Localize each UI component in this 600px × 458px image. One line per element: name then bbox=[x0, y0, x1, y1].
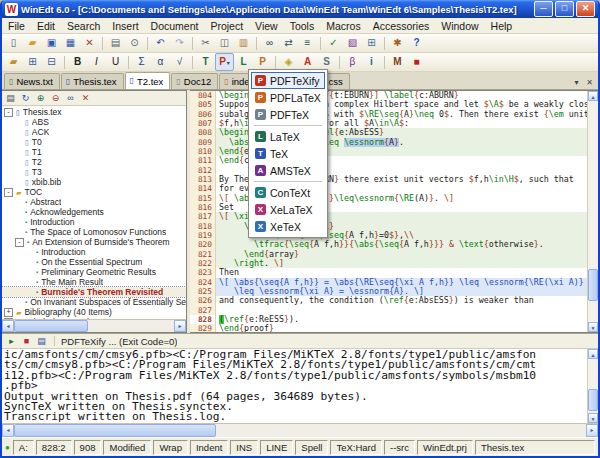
caret-label[interactable]: A: bbox=[13, 440, 34, 455]
find-in-files-button[interactable]: ≡ bbox=[298, 34, 317, 52]
close-file-button[interactable]: ✕ bbox=[80, 34, 99, 52]
tree-item[interactable]: ▪Preliminary Geometric Results bbox=[2, 267, 186, 277]
cut-button[interactable]: ✂ bbox=[196, 34, 215, 52]
tex-mode[interactable]: TeX:Hard bbox=[330, 440, 382, 455]
tree-item[interactable]: ▯T2 bbox=[2, 157, 186, 167]
math-sum-button[interactable]: Σ bbox=[132, 53, 151, 71]
tab-close-button[interactable]: ✕ bbox=[583, 78, 596, 87]
open-file-button[interactable]: ▰ bbox=[23, 34, 42, 52]
greek-alpha-button[interactable]: α bbox=[151, 53, 170, 71]
tree-collapse-all-button[interactable]: ⊖ bbox=[49, 92, 62, 104]
tree-item[interactable]: ▪The Main Result bbox=[2, 277, 186, 287]
editor-line[interactable]: 828(\ref{e:ReESS}). bbox=[190, 315, 587, 324]
menu-item-pdflatex[interactable]: PPDFLaTeX bbox=[251, 89, 325, 106]
output-vscroll-thumb[interactable] bbox=[588, 389, 598, 411]
tree-item[interactable]: ▯ABS bbox=[2, 117, 186, 127]
output-log-button[interactable]: ▤ bbox=[35, 335, 48, 347]
editor-line[interactable]: 820 \tfrac{\seq{A f,h}}{\abs{\seq{A f,h}… bbox=[190, 240, 587, 249]
menu-item-pdftex[interactable]: PPDFTeX bbox=[251, 106, 325, 123]
tree-item[interactable]: ▪On the Essential Spectrum bbox=[2, 257, 186, 267]
scroll-down-icon[interactable]: ▼ bbox=[588, 322, 598, 332]
indent-toggle[interactable]: Indent bbox=[190, 440, 228, 455]
tree-item[interactable]: ▯T3 bbox=[2, 167, 186, 177]
output-lines[interactable]: ic/amsfonts/cm/cmsy6.pfb><C:/Program Fil… bbox=[2, 349, 587, 423]
output-hscroll-track[interactable] bbox=[14, 424, 586, 437]
stop-button[interactable]: ■ bbox=[407, 53, 426, 71]
scroll-down-icon[interactable]: ▼ bbox=[588, 413, 598, 423]
tree-expander[interactable]: - bbox=[15, 238, 24, 247]
bibtex-button[interactable]: β bbox=[343, 53, 362, 71]
project-open-button[interactable]: ▰ bbox=[4, 53, 23, 71]
tree-item[interactable]: +▰Bibliography (40 Items) bbox=[2, 307, 186, 317]
macros-button[interactable]: M bbox=[388, 53, 407, 71]
editor-line[interactable]: 825 \leq \essnorm{\xi A} = \essnorm{A}. … bbox=[190, 287, 587, 296]
editor-line[interactable]: 824\[ \abs{\seq{A f,h}} = \abs{\RE\seq{\… bbox=[190, 278, 587, 287]
close-button[interactable]: ✕ bbox=[576, 1, 595, 17]
line-mode[interactable]: LINE bbox=[260, 440, 293, 455]
menu-file[interactable]: File bbox=[2, 20, 31, 32]
menu-macros[interactable]: Macros bbox=[320, 20, 366, 32]
tree-expand-all-button[interactable]: ⊕ bbox=[34, 92, 47, 104]
tree-item[interactable]: -▰TOC bbox=[2, 187, 186, 197]
tab-list-button[interactable]: ▾ bbox=[570, 78, 583, 87]
output-vscrollbar[interactable]: ▲ ▼ bbox=[587, 349, 598, 423]
scroll-up-icon[interactable]: ▲ bbox=[588, 91, 598, 101]
print-preview-button[interactable]: ⊙ bbox=[125, 34, 144, 52]
undo-button[interactable]: ↶ bbox=[151, 34, 170, 52]
menu-item-xetex[interactable]: XXeTeX bbox=[251, 218, 325, 235]
menu-view[interactable]: View bbox=[249, 20, 284, 32]
tree-item[interactable]: -▪An Extension of Burnside's Theorem bbox=[2, 237, 186, 247]
tree-options-button[interactable]: ▤ bbox=[4, 92, 17, 104]
document-length[interactable]: 908 bbox=[74, 440, 102, 455]
pdftexify-button[interactable]: P▾ bbox=[215, 53, 234, 71]
italic-button[interactable]: I bbox=[87, 53, 106, 71]
find-button[interactable]: ∞ bbox=[260, 34, 279, 52]
save-all-button[interactable]: ▦ bbox=[61, 34, 80, 52]
menu-help[interactable]: Help bbox=[485, 20, 519, 32]
insert-image-button[interactable]: ▧ bbox=[343, 34, 362, 52]
document-name[interactable]: Thesis.tex bbox=[475, 440, 595, 455]
menu-edit[interactable]: Edit bbox=[31, 20, 61, 32]
output-stop-button[interactable]: ■ bbox=[20, 335, 33, 347]
scroll-left-icon[interactable]: ◄ bbox=[2, 424, 14, 437]
menu-tools[interactable]: Tools bbox=[284, 20, 321, 32]
src-flag[interactable]: --src bbox=[384, 440, 415, 455]
outline-button[interactable]: ⊟ bbox=[42, 53, 61, 71]
tree-hscroll-thumb[interactable] bbox=[14, 320, 88, 332]
menu-item-pdftexify[interactable]: PPDFTeXify bbox=[251, 72, 325, 89]
title-bar[interactable]: W WinEdt 6.0 - [C:\Documents and Setting… bbox=[2, 0, 598, 18]
tree-hscrollbar[interactable]: ◄ ► bbox=[2, 319, 186, 332]
print-button[interactable]: ▤ bbox=[106, 34, 125, 52]
menu-project[interactable]: Project bbox=[204, 20, 249, 32]
editor-line[interactable]: 829\end{proof} bbox=[190, 324, 587, 332]
tree-expander[interactable]: - bbox=[4, 108, 13, 117]
output-hscroll-thumb[interactable] bbox=[14, 424, 216, 437]
project-tree-button[interactable]: ⊞ bbox=[23, 53, 42, 71]
redo-button[interactable]: ↷ bbox=[170, 34, 189, 52]
menu-accessories[interactable]: Accessories bbox=[367, 20, 436, 32]
editor-vscroll-thumb[interactable] bbox=[588, 269, 598, 301]
scroll-up-icon[interactable]: ▲ bbox=[588, 349, 598, 359]
wrap-toggle[interactable]: Wrap bbox=[153, 440, 188, 455]
math-root-button[interactable]: √ bbox=[170, 53, 189, 71]
menu-search[interactable]: Search bbox=[61, 20, 106, 32]
spell-toggle[interactable]: Spell bbox=[295, 440, 328, 455]
menu-item-amstex[interactable]: AAMSTeX bbox=[251, 162, 325, 179]
tree-refresh-button[interactable]: ↻ bbox=[19, 92, 32, 104]
menu-item-xelatex[interactable]: XXeLaTeX bbox=[251, 201, 325, 218]
tree-hscroll-track[interactable] bbox=[14, 320, 174, 332]
tree-item[interactable]: ▪The Space of Lomonosov Functions bbox=[2, 227, 186, 237]
paste-button[interactable]: ▥ bbox=[234, 34, 253, 52]
spell-check-button[interactable]: ✓ bbox=[324, 34, 343, 52]
texify-button[interactable]: T bbox=[196, 53, 215, 71]
tree-item[interactable]: ▪On Invariant Subspaces of Essentially S… bbox=[2, 297, 186, 307]
replace-button[interactable]: ⇄ bbox=[279, 34, 298, 52]
tree-item[interactable]: ▯xbib.bib bbox=[2, 177, 186, 187]
menu-window[interactable]: Window bbox=[435, 20, 484, 32]
makeindex-button[interactable]: i bbox=[362, 53, 381, 71]
scroll-right-icon[interactable]: ► bbox=[586, 424, 598, 437]
tab-t2-tex[interactable]: ▯T2.tex bbox=[125, 72, 171, 89]
save-file-button[interactable]: ▣ bbox=[42, 34, 61, 52]
tree-item[interactable]: -▯Thesis.tex bbox=[2, 107, 186, 117]
insert-mode[interactable]: INS bbox=[230, 440, 258, 455]
